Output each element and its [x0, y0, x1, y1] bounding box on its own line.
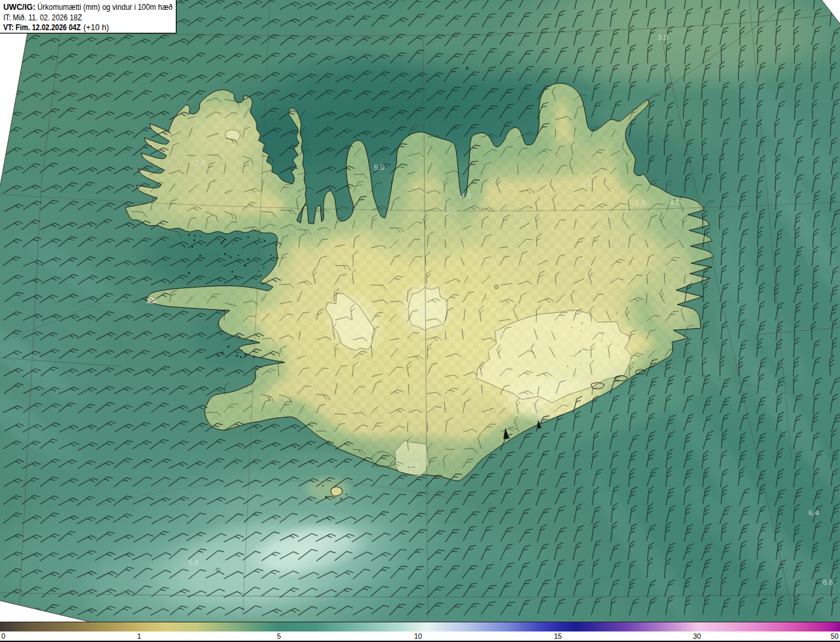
svg-text:30: 30 [693, 632, 701, 640]
svg-text:4.9: 4.9 [461, 192, 471, 200]
svg-text:5.0: 5.0 [374, 163, 385, 171]
svg-text:2.6: 2.6 [195, 159, 205, 167]
svg-text:2.1: 2.1 [581, 180, 592, 188]
svg-text:Úrkomumætti (mm) og vindur i 1: Úrkomumætti (mm) og vindur i 100m hæð [37, 2, 173, 12]
svg-text:50: 50 [831, 632, 839, 640]
svg-text:1.1: 1.1 [494, 328, 505, 336]
svg-text:10: 10 [414, 632, 422, 640]
svg-text:5: 5 [277, 632, 281, 640]
svg-text:IT: Mið. 11. 02. 2026 18Z: IT: Mið. 11. 02. 2026 18Z [3, 13, 82, 22]
svg-text:15: 15 [554, 632, 562, 640]
svg-text:1.8: 1.8 [409, 461, 419, 469]
svg-text:UWC/IG:: UWC/IG: [3, 3, 35, 12]
svg-text:2.0: 2.0 [446, 208, 457, 216]
svg-text:4.2: 4.2 [669, 198, 680, 206]
svg-text:(+10 h): (+10 h) [83, 23, 109, 32]
svg-text:6.6: 6.6 [823, 578, 833, 586]
svg-text:0: 0 [1, 632, 5, 640]
svg-text:2.3: 2.3 [146, 297, 157, 305]
svg-text:5.8: 5.8 [188, 559, 199, 567]
svg-text:1: 1 [137, 632, 141, 640]
svg-text:VT: Fim. 12.02.2026 04Z: VT: Fim. 12.02.2026 04Z [3, 23, 81, 32]
svg-text:3.0: 3.0 [658, 33, 668, 41]
svg-text:6.4: 6.4 [808, 509, 820, 517]
svg-text:1.8: 1.8 [635, 199, 646, 207]
svg-text:1.3: 1.3 [417, 307, 427, 314]
